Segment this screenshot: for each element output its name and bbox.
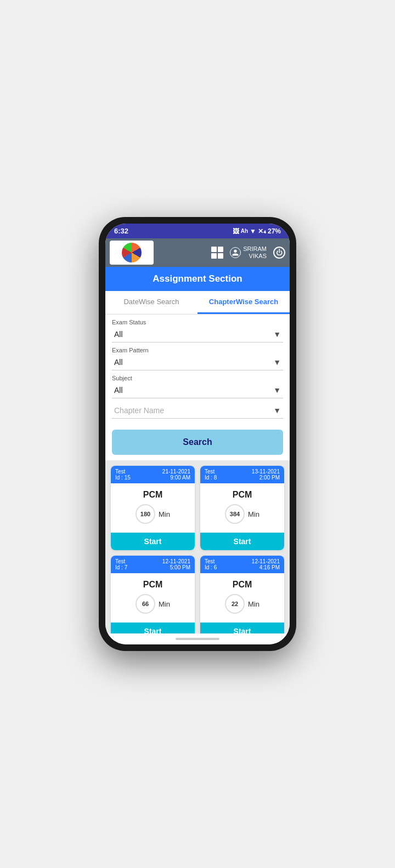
card-4-subject: PCM (205, 580, 280, 590)
card-4-id: Id : 6 (205, 564, 217, 570)
card-3-min-label: Min (159, 600, 170, 608)
card-4-start[interactable]: Start (200, 623, 284, 633)
card-2-time: 2:00 PM (259, 475, 280, 481)
card-1-start[interactable]: Start (111, 533, 195, 550)
card-4-minutes: 22 (225, 594, 245, 614)
card-1-minutes: 180 (136, 504, 155, 524)
card-2-start[interactable]: Start (200, 533, 284, 550)
card-3-type: Test (115, 558, 125, 564)
exam-pattern-arrow: ▼ (273, 358, 281, 367)
card-2-id: Id : 8 (205, 475, 217, 481)
card-1-type: Test (115, 469, 125, 475)
subject-value: All (114, 386, 123, 395)
card-2-min-label: Min (248, 510, 259, 518)
gallery-icon: 🖼 (233, 227, 239, 235)
exam-pattern-value: All (114, 358, 123, 367)
exam-status-select[interactable]: All ▼ (112, 327, 283, 342)
tab-chapterwise[interactable]: ChapterWise Search (198, 291, 290, 314)
card-2-header: Test 13-11-2021 Id : 8 2:00 PM (200, 466, 284, 483)
chapter-group: Chapter Name ▼ (112, 403, 283, 419)
filters-panel: Exam Status All ▼ Exam Pattern All ▼ Sub… (105, 315, 290, 424)
status-time: 6:32 (114, 227, 128, 235)
card-1-date: 21-11-2021 (162, 469, 190, 475)
card-2-date: 13-11-2021 (252, 469, 280, 475)
exam-status-arrow: ▼ (273, 330, 281, 339)
card-4-body: PCM 22 Min (200, 573, 284, 623)
page-title: Assignment Section (153, 273, 242, 284)
card-1-header: Test 21-11-2021 Id : 15 9:00 AM (111, 466, 195, 483)
tab-datewise[interactable]: DateWise Search (105, 291, 198, 314)
page-title-bar: Assignment Section (105, 267, 290, 291)
battery-text: 27% (268, 227, 281, 235)
card-3-date: 12-11-2021 (162, 558, 190, 564)
chapter-select[interactable]: Chapter Name ▼ (112, 403, 283, 419)
card-3-id: Id : 7 (115, 564, 127, 570)
card-4-min-label: Min (248, 600, 259, 608)
subject-select[interactable]: All ▼ (112, 382, 283, 398)
chapter-arrow: ▼ (273, 406, 281, 415)
card-1-id: Id : 15 (115, 475, 131, 481)
home-indicator (176, 638, 219, 640)
notification-icon: Ah (241, 228, 248, 234)
card-4-type: Test (205, 558, 215, 564)
status-bar: 6:32 🖼 Ah ▼ ✕₄ 27% (105, 224, 290, 238)
subject-arrow: ▼ (273, 386, 281, 395)
exam-pattern-group: Exam Pattern All ▼ (112, 347, 283, 370)
subject-group: Subject All ▼ (112, 375, 283, 398)
app-header: SRIRAM VIKAS ⏻ (105, 238, 290, 267)
status-icons: 🖼 Ah ▼ ✕₄ 27% (233, 227, 281, 235)
exam-status-value: All (114, 330, 123, 339)
card-2-type: Test (205, 469, 215, 475)
card-3-body: PCM 66 Min (111, 573, 195, 623)
card-4-header: Test 12-11-2021 Id : 6 4:16 PM (200, 556, 284, 573)
card-4-date: 12-11-2021 (252, 558, 280, 564)
user-name: SRIRAM VIKAS (243, 245, 267, 260)
card-1-time-row: 180 Min (115, 504, 190, 524)
bottom-bar (105, 633, 290, 644)
card-2-minutes: 384 (225, 504, 245, 524)
test-card-2: Test 13-11-2021 Id : 8 2:00 PM PCM 384 M… (200, 466, 284, 550)
exam-pattern-select[interactable]: All ▼ (112, 355, 283, 370)
logo-box (110, 241, 154, 265)
phone-frame: 6:32 🖼 Ah ▼ ✕₄ 27% (99, 217, 296, 651)
search-button[interactable]: Search (112, 430, 283, 455)
user-avatar (230, 247, 241, 258)
signal-icon: ✕₄ (258, 227, 266, 235)
chapter-placeholder: Chapter Name (114, 406, 164, 415)
test-card-3: Test 12-11-2021 Id : 7 5:00 PM PCM 66 Mi… (111, 556, 195, 633)
exam-status-label: Exam Status (112, 319, 283, 326)
card-3-time: 5:00 PM (170, 564, 190, 570)
card-3-time-row: 66 Min (115, 594, 190, 614)
card-3-start[interactable]: Start (111, 623, 195, 633)
card-1-min-label: Min (159, 510, 170, 518)
grid-icon[interactable] (211, 247, 223, 259)
card-2-time-row: 384 Min (205, 504, 280, 524)
logo-icon (122, 243, 142, 262)
power-button[interactable]: ⏻ (273, 247, 285, 259)
card-3-subject: PCM (115, 580, 190, 590)
phone-screen: 6:32 🖼 Ah ▼ ✕₄ 27% (105, 224, 290, 644)
card-3-header: Test 12-11-2021 Id : 7 5:00 PM (111, 556, 195, 573)
card-1-time: 9:00 AM (170, 475, 190, 481)
card-1-body: PCM 180 Min (111, 483, 195, 533)
test-card-1: Test 21-11-2021 Id : 15 9:00 AM PCM 180 … (111, 466, 195, 550)
card-3-minutes: 66 (136, 594, 155, 614)
card-4-time-row: 22 Min (205, 594, 280, 614)
exam-status-group: Exam Status All ▼ (112, 319, 283, 342)
card-2-body: PCM 384 Min (200, 483, 284, 533)
results-container: Test 21-11-2021 Id : 15 9:00 AM PCM 180 … (105, 460, 290, 633)
header-icons: SRIRAM VIKAS ⏻ (211, 245, 285, 260)
card-2-subject: PCM (205, 490, 280, 500)
wifi-icon: ▼ (250, 227, 256, 235)
card-1-subject: PCM (115, 490, 190, 500)
subject-label: Subject (112, 375, 283, 381)
card-4-time: 4:16 PM (259, 564, 280, 570)
tabs-container: DateWise Search ChapterWise Search (105, 291, 290, 315)
test-card-4: Test 12-11-2021 Id : 6 4:16 PM PCM 22 Mi… (200, 556, 284, 633)
results-grid: Test 21-11-2021 Id : 15 9:00 AM PCM 180 … (111, 466, 284, 633)
user-section: SRIRAM VIKAS (230, 245, 267, 260)
exam-pattern-label: Exam Pattern (112, 347, 283, 353)
